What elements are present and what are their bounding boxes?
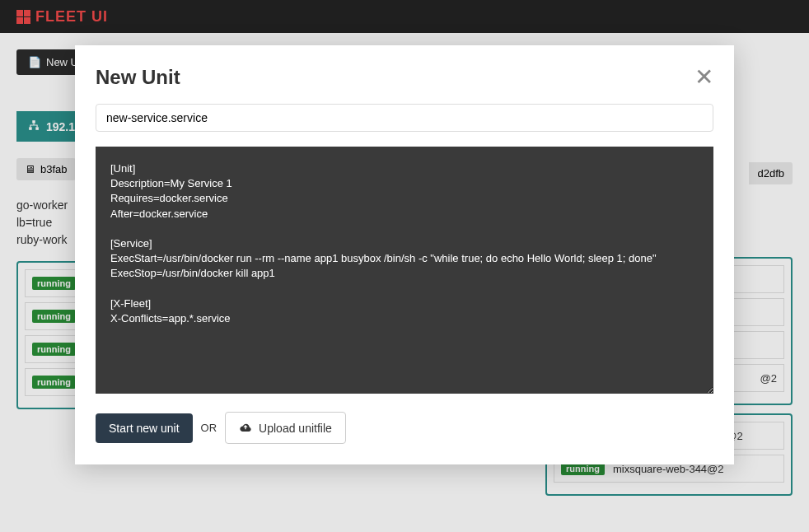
modal-header: New Unit ✕ [96,66,713,89]
upload-unitfile-button[interactable]: Upload unitfile [225,412,346,444]
modal-footer: Start new unit OR Upload unitfile [96,412,713,444]
cloud-upload-icon [239,421,252,435]
close-button[interactable]: ✕ [694,66,713,89]
modal-title: New Unit [96,66,180,89]
unit-name-input[interactable] [96,104,713,132]
close-icon: ✕ [694,64,713,90]
upload-label: Upload unitfile [259,422,332,435]
logo-text: FLEET UI [35,8,108,26]
grid-icon [16,10,30,24]
topbar: FLEET UI [0,0,809,33]
app-logo[interactable]: FLEET UI [16,8,108,26]
unitfile-textarea[interactable] [96,147,713,394]
start-new-unit-button[interactable]: Start new unit [96,413,193,443]
or-text: OR [201,422,217,434]
new-unit-modal: New Unit ✕ Start new unit OR Upload unit… [75,45,734,464]
